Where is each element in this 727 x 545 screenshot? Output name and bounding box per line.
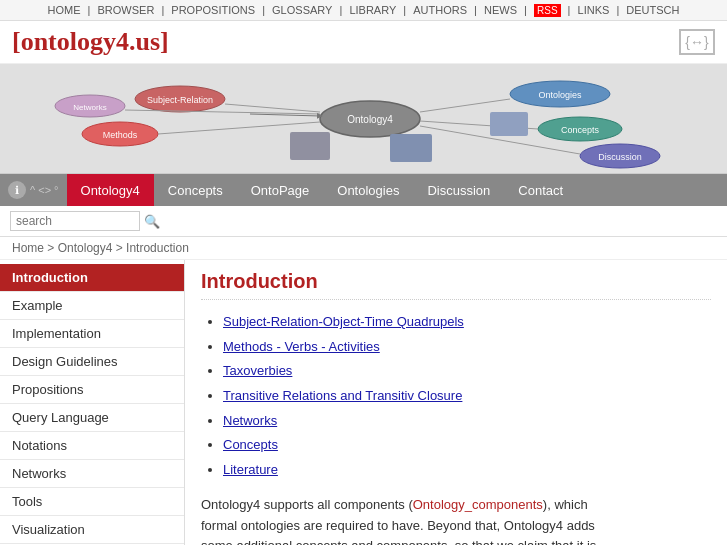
nav-arrows: ^ <> °: [30, 184, 59, 196]
nav-authors[interactable]: AUTHORS: [413, 4, 467, 16]
svg-rect-23: [490, 112, 528, 136]
sidebar-item-implementation[interactable]: Implementation: [0, 320, 184, 348]
nav-rss[interactable]: RSS: [534, 4, 561, 17]
breadcrumb-home[interactable]: Home: [12, 241, 44, 255]
link-taxoverbies[interactable]: Taxoverbies: [223, 363, 292, 378]
search-button[interactable]: 🔍: [144, 214, 160, 229]
breadcrumb-current: Introduction: [126, 241, 189, 255]
page-title: Introduction: [201, 270, 711, 300]
svg-text:Ontologies: Ontologies: [538, 90, 582, 100]
sidebar-item-propositions[interactable]: Propositions: [0, 376, 184, 404]
list-item: Methods - Verbs - Activities: [223, 335, 711, 360]
svg-rect-22: [390, 134, 432, 162]
logo-text: [ontology4.us]: [12, 27, 169, 56]
sidebar-item-introduction[interactable]: Introduction: [0, 264, 184, 292]
svg-text:Methods: Methods: [103, 130, 138, 140]
expand-button[interactable]: {↔}: [679, 29, 715, 55]
link-concepts[interactable]: Concepts: [223, 437, 278, 452]
nav-library[interactable]: LIBRARY: [349, 4, 396, 16]
site-logo[interactable]: [ontology4.us]: [12, 27, 169, 57]
nav-icon-group: ℹ ^ <> °: [0, 181, 67, 199]
main-navigation: ℹ ^ <> ° Ontology4 Concepts OntoPage Ont…: [0, 174, 727, 206]
content-area: Introduction Example Implementation Desi…: [0, 260, 727, 545]
link-literature[interactable]: Literature: [223, 462, 278, 477]
list-item: Taxoverbies: [223, 359, 711, 384]
main-content: Introduction Subject-Relation-Object-Tim…: [185, 260, 727, 545]
svg-text:Ontology4: Ontology4: [347, 114, 393, 125]
svg-rect-21: [290, 132, 330, 160]
site-header: [ontology4.us] {↔}: [0, 21, 727, 64]
svg-text:Networks: Networks: [73, 103, 106, 112]
link-ontology-components[interactable]: Ontology_components: [413, 497, 543, 512]
list-item: Networks: [223, 409, 711, 434]
breadcrumb: Home > Ontology4 > Introduction: [0, 237, 727, 260]
tab-ontology4[interactable]: Ontology4: [67, 174, 154, 206]
sidebar-item-networks[interactable]: Networks: [0, 460, 184, 488]
nav-glossary[interactable]: GLOSSARY: [272, 4, 332, 16]
svg-text:Concepts: Concepts: [561, 125, 600, 135]
link-subject-relation[interactable]: Subject-Relation-Object-Time Quadrupels: [223, 314, 464, 329]
sidebar-item-design-guidelines[interactable]: Design Guidelines: [0, 348, 184, 376]
link-transitive[interactable]: Transitive Relations and Transitiv Closu…: [223, 388, 462, 403]
nav-home[interactable]: HOME: [48, 4, 81, 16]
svg-text:Discussion: Discussion: [598, 152, 642, 162]
nav-links[interactable]: LINKS: [578, 4, 610, 16]
sidebar: Introduction Example Implementation Desi…: [0, 260, 185, 545]
search-input[interactable]: [10, 211, 140, 231]
tab-concepts[interactable]: Concepts: [154, 174, 237, 206]
info-icon[interactable]: ℹ: [8, 181, 26, 199]
list-item: Concepts: [223, 433, 711, 458]
top-navigation: HOME | BROWSER | PROPOSITIONS | GLOSSARY…: [0, 0, 727, 21]
tab-ontologies[interactable]: Ontologies: [323, 174, 413, 206]
breadcrumb-parent[interactable]: Ontology4: [58, 241, 113, 255]
intro-paragraph-1: Ontology4 supports all components (Ontol…: [201, 495, 606, 545]
sidebar-item-notations[interactable]: Notations: [0, 432, 184, 460]
tab-discussion[interactable]: Discussion: [413, 174, 504, 206]
tab-ontopage[interactable]: OntoPage: [237, 174, 324, 206]
search-bar: 🔍: [0, 206, 727, 237]
sidebar-item-tools[interactable]: Tools: [0, 488, 184, 516]
svg-text:Subject-Relation: Subject-Relation: [147, 95, 213, 105]
list-item: Transitive Relations and Transitiv Closu…: [223, 384, 711, 409]
link-methods[interactable]: Methods - Verbs - Activities: [223, 339, 380, 354]
intro-links-list: Subject-Relation-Object-Time Quadrupels …: [201, 310, 711, 483]
sidebar-item-query-language[interactable]: Query Language: [0, 404, 184, 432]
nav-propositions[interactable]: PROPOSITIONS: [171, 4, 255, 16]
link-networks[interactable]: Networks: [223, 413, 277, 428]
list-item: Literature: [223, 458, 711, 483]
nav-browser[interactable]: BROWSER: [98, 4, 155, 16]
mindmap-svg: Ontology4 Subject-Relation Methods Netwo…: [0, 64, 727, 173]
sidebar-item-example[interactable]: Example: [0, 292, 184, 320]
nav-news[interactable]: NEWS: [484, 4, 517, 16]
list-item: Subject-Relation-Object-Time Quadrupels: [223, 310, 711, 335]
intro-body: (c) 2012 by [ontology4.us] Ontology4 sup…: [201, 495, 711, 545]
nav-deutsch[interactable]: DEUTSCH: [626, 4, 679, 16]
sidebar-item-visualization[interactable]: Visualization: [0, 516, 184, 544]
mindmap-visualization: Ontology4 Subject-Relation Methods Netwo…: [0, 64, 727, 174]
tab-contact[interactable]: Contact: [504, 174, 577, 206]
